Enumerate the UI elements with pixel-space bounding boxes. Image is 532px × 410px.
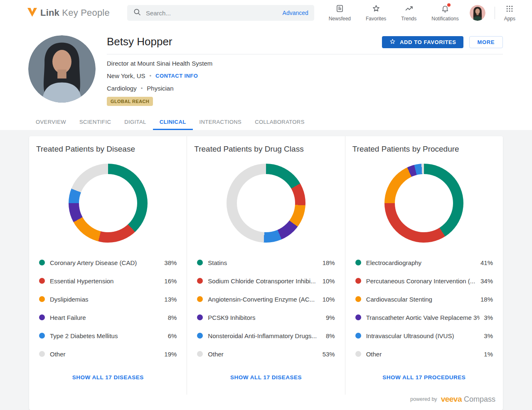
legend-dot xyxy=(355,351,361,357)
legend-row: Cardiovascular Stenting 18% xyxy=(355,290,493,308)
legend-value: 19% xyxy=(164,351,177,358)
legend-label: PCSK9 Inhibitors xyxy=(208,314,322,321)
user-avatar[interactable] xyxy=(470,5,485,21)
legend-label: Heart Failure xyxy=(50,314,164,321)
legend-dot xyxy=(39,333,45,339)
charts-row: Treated Patients by Disease Coronary Art… xyxy=(29,136,503,395)
profile-location-row: New York, US • CONTACT INFO xyxy=(107,72,503,79)
legend-label: Percutaneous Coronary Intervention (... xyxy=(366,277,476,285)
legend-dot xyxy=(39,296,45,302)
nav-trends[interactable]: Trends xyxy=(401,4,416,22)
show-all-link[interactable]: SHOW ALL 17 PROCEDURES xyxy=(352,374,496,381)
page-title: Betsy Hopper xyxy=(107,35,172,48)
legend-row: Other 53% xyxy=(197,345,335,363)
legend-label: Coronary Artery Disease (CAD) xyxy=(50,259,160,266)
legend-list: Statins 18% Sodium Chloride Cotransporte… xyxy=(194,253,338,363)
legend-row: Sodium Chloride Cotransporter Inhibi... … xyxy=(197,272,335,290)
legend-row: Essential Hypertension 16% xyxy=(39,272,177,290)
show-all-link[interactable]: SHOW ALL 17 DISEASES xyxy=(194,374,338,381)
donut-chart[interactable] xyxy=(227,164,305,243)
veeva-v-icon xyxy=(27,7,37,19)
legend-dot xyxy=(355,260,361,265)
app-logo-text: Link Key People xyxy=(40,7,110,18)
legend-label: Statins xyxy=(208,259,318,266)
tab-overview[interactable]: OVERVIEW xyxy=(29,115,73,130)
nav-notifications[interactable]: Notifications xyxy=(431,4,458,22)
legend-row: Dyslipidemias 13% xyxy=(39,290,177,308)
legend-value: 1% xyxy=(484,351,493,358)
legend-row: Percutaneous Coronary Intervention (... … xyxy=(355,272,493,290)
legend-dot xyxy=(39,260,45,265)
legend-label: Type 2 Diabetes Mellitus xyxy=(50,332,164,339)
legend-value: 9% xyxy=(326,314,335,321)
legend-value: 8% xyxy=(168,314,177,321)
app-logo[interactable]: Link Key People xyxy=(27,7,110,19)
tab-interactions[interactable]: INTERACTIONS xyxy=(193,115,249,130)
legend-value: 8% xyxy=(326,332,335,339)
chart-title: Treated Patients by Drug Class xyxy=(194,145,338,154)
search-input[interactable] xyxy=(146,10,278,17)
powered-by-text: powered by xyxy=(410,396,437,402)
global-reach-badge: GLOBAL REACH xyxy=(107,97,153,106)
location-text: New York, US xyxy=(107,72,145,79)
show-all-link[interactable]: SHOW ALL 17 DISEASES xyxy=(36,374,180,381)
legend-value: 13% xyxy=(164,296,177,303)
legend-dot xyxy=(39,314,45,320)
profile-specialty-row: Cardiology • Physician xyxy=(107,85,503,92)
nav-favorites[interactable]: Favorites xyxy=(366,4,386,22)
legend-row: Electrocardiography 41% xyxy=(355,253,493,272)
legend-dot xyxy=(197,314,203,320)
notification-dot xyxy=(447,3,451,7)
search-icon xyxy=(133,8,141,18)
chart-panel: Treated Patients by Procedure Electrocar… xyxy=(345,136,503,395)
contact-info-link[interactable]: CONTACT INFO xyxy=(155,73,198,79)
profile-headline: Director at Mount Sinai Health System xyxy=(107,60,503,67)
legend-value: 10% xyxy=(323,296,335,303)
legend-label: Other xyxy=(208,351,318,358)
legend-list: Coronary Artery Disease (CAD) 38% Essent… xyxy=(36,253,180,363)
legend-value: 3% xyxy=(484,332,493,339)
legend-dot xyxy=(197,296,203,302)
tab-digital[interactable]: DIGITAL xyxy=(118,115,153,130)
chart-title: Treated Patients by Disease xyxy=(36,145,180,154)
add-to-favorites-button[interactable]: ADD TO FAVORITES xyxy=(382,36,463,48)
legend-value: 34% xyxy=(480,277,493,285)
tab-clinical[interactable]: CLINICAL xyxy=(153,115,193,130)
nav-apps[interactable]: Apps xyxy=(504,5,515,22)
newsfeed-icon xyxy=(335,4,344,15)
more-button[interactable]: MORE xyxy=(469,36,503,48)
legend-label: Nonsteroidal Anti-Inflammatory Drugs... xyxy=(208,332,322,339)
profile-tabs: OVERVIEW SCIENTIFIC DIGITAL CLINICAL INT… xyxy=(0,115,532,130)
star-icon xyxy=(372,4,381,15)
legend-label: Essential Hypertension xyxy=(50,277,160,285)
trends-icon xyxy=(404,4,414,15)
search-bar[interactable]: Advanced xyxy=(127,5,314,21)
donut-chart[interactable] xyxy=(384,164,463,243)
donut-chart[interactable] xyxy=(69,164,148,243)
legend-value: 6% xyxy=(168,332,177,339)
legend-label: Sodium Chloride Cotransporter Inhibi... xyxy=(208,277,318,285)
legend-label: Other xyxy=(366,351,480,358)
tab-scientific[interactable]: SCIENTIFIC xyxy=(73,115,118,130)
profile-actions: ADD TO FAVORITES MORE xyxy=(382,36,503,48)
header-nav: Newsfeed Favorites Trends Notifications xyxy=(329,4,459,22)
specialty-text: Cardiology xyxy=(107,85,137,92)
separator-dot: • xyxy=(150,73,152,79)
legend-label: Electrocardiography xyxy=(366,259,476,266)
nav-newsfeed[interactable]: Newsfeed xyxy=(329,4,351,22)
legend-dot xyxy=(355,296,361,302)
chart-panel: Treated Patients by Disease Coronary Art… xyxy=(29,136,187,395)
tab-collaborators[interactable]: COLLABORATORS xyxy=(248,115,311,130)
legend-dot xyxy=(197,333,203,339)
veeva-logo: veeva xyxy=(441,395,462,404)
clinical-content: Treated Patients by Disease Coronary Art… xyxy=(0,130,532,410)
advanced-search-link[interactable]: Advanced xyxy=(283,10,308,16)
donut-chart-wrap xyxy=(194,164,338,243)
legend-value: 53% xyxy=(323,351,335,358)
legend-row: Type 2 Diabetes Mellitus 6% xyxy=(39,327,177,345)
legend-label: Cardiovascular Stenting xyxy=(366,296,476,303)
profile-info: Betsy Hopper ADD TO FAVORITES MORE Direc… xyxy=(107,35,503,106)
legend-value: 18% xyxy=(323,259,335,266)
legend-dot xyxy=(39,351,45,357)
legend-row: Coronary Artery Disease (CAD) 38% xyxy=(39,253,177,272)
